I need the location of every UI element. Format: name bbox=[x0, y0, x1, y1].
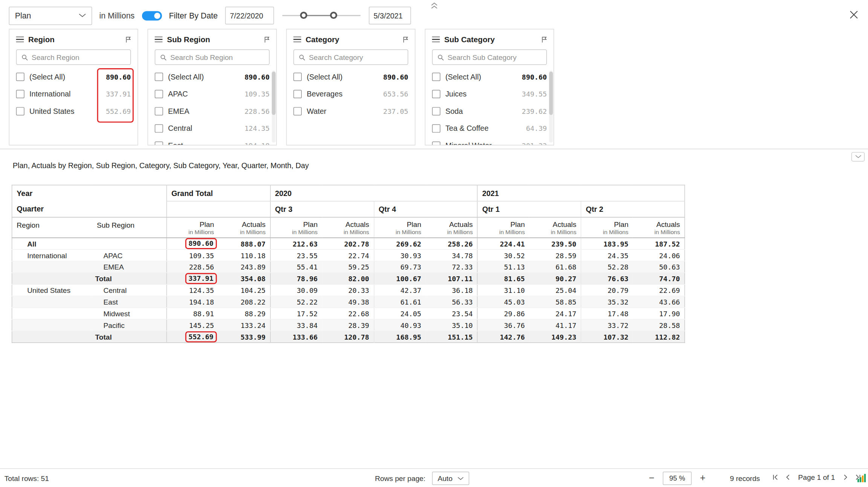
filter-item-label: (Select All) bbox=[168, 73, 240, 81]
rows-per-page-select[interactable]: Auto bbox=[432, 472, 469, 485]
col-group-2021[interactable]: 2021 bbox=[477, 185, 685, 201]
end-date-input[interactable] bbox=[368, 7, 411, 25]
quarter-q2[interactable]: Qtr 2 bbox=[581, 201, 685, 217]
filter-item-select-all[interactable]: (Select All)890.60 bbox=[425, 68, 553, 86]
checkbox-icon[interactable] bbox=[432, 73, 440, 81]
start-date-input[interactable] bbox=[225, 7, 274, 25]
slider-handle-start[interactable] bbox=[300, 12, 307, 19]
checkbox-icon[interactable] bbox=[16, 73, 24, 81]
flag-icon[interactable] bbox=[402, 36, 409, 43]
search-box[interactable] bbox=[155, 49, 270, 65]
scrollbar-thumb[interactable] bbox=[272, 72, 275, 115]
col-group-2020[interactable]: 2020 bbox=[270, 185, 477, 201]
actuals-column-header[interactable]: Actualsin Millions bbox=[633, 217, 685, 237]
collapse-filters-button[interactable] bbox=[430, 1, 440, 9]
plan-column-header[interactable]: Planin Millions bbox=[477, 217, 529, 237]
search-input[interactable] bbox=[448, 53, 542, 61]
actuals-column-header[interactable]: Actualsin Millions bbox=[426, 217, 478, 237]
zoom-out-button[interactable]: − bbox=[648, 472, 656, 485]
filter-item-water[interactable]: Water237.05 bbox=[287, 103, 415, 120]
checkbox-icon[interactable] bbox=[432, 124, 440, 133]
previous-page-button[interactable] bbox=[784, 473, 793, 482]
plan-column-header[interactable]: Planin Millions bbox=[374, 217, 425, 237]
value-cell: 24.17 bbox=[529, 308, 581, 319]
filter-item-emea[interactable]: EMEA228.56 bbox=[148, 103, 276, 120]
checkbox-icon[interactable] bbox=[155, 73, 163, 81]
flag-icon[interactable] bbox=[263, 36, 270, 43]
slider-handle-end[interactable] bbox=[330, 12, 337, 19]
search-box[interactable] bbox=[293, 49, 408, 65]
plan-column-header[interactable]: Planin Millions bbox=[581, 217, 633, 237]
collapse-report-button[interactable] bbox=[851, 152, 865, 161]
checkbox-icon[interactable] bbox=[293, 73, 302, 81]
checkbox-icon[interactable] bbox=[293, 107, 302, 115]
measure-select[interactable]: Plan bbox=[9, 6, 92, 25]
double-chevron-up-icon bbox=[430, 2, 439, 9]
flag-icon[interactable] bbox=[541, 36, 548, 43]
value-cell: 23.54 bbox=[426, 308, 478, 319]
actuals-column-header[interactable]: Actualsin Millions bbox=[529, 217, 581, 237]
checkbox-icon[interactable] bbox=[432, 141, 440, 145]
search-input[interactable] bbox=[32, 53, 126, 61]
checkbox-icon[interactable] bbox=[293, 90, 302, 98]
flag-icon[interactable] bbox=[125, 36, 132, 43]
search-box[interactable] bbox=[432, 49, 547, 65]
filter-item-list: (Select All)890.60Juices349.55Soda239.62… bbox=[425, 67, 553, 145]
filter-item-united-states[interactable]: United States552.69 bbox=[9, 103, 138, 120]
filter-cards: Region(Select All)890.60International337… bbox=[9, 29, 554, 145]
actuals-column-header[interactable]: Actualsin Millions bbox=[322, 217, 374, 237]
checkbox-icon[interactable] bbox=[432, 107, 440, 115]
filter-item-select-all[interactable]: (Select All)890.60 bbox=[9, 68, 138, 86]
plan-column-header[interactable]: Planin Millions bbox=[167, 217, 218, 237]
filter-item-label: Juices bbox=[445, 90, 517, 98]
checkbox-icon[interactable] bbox=[16, 90, 24, 98]
value-cell: 45.03 bbox=[477, 296, 529, 308]
menu-icon[interactable] bbox=[16, 37, 24, 43]
filter-item-international[interactable]: International337.91 bbox=[9, 86, 138, 103]
search-input[interactable] bbox=[170, 53, 264, 61]
filter-item-central[interactable]: Central124.35 bbox=[148, 120, 276, 137]
value-cell: 52.28 bbox=[581, 261, 633, 273]
date-range-slider[interactable] bbox=[281, 10, 361, 21]
chart-icon[interactable] bbox=[857, 473, 866, 483]
search-input[interactable] bbox=[309, 53, 403, 61]
quarter-q1[interactable]: Qtr 1 bbox=[477, 201, 581, 217]
filter-item-select-all[interactable]: (Select All)890.60 bbox=[287, 68, 415, 86]
menu-icon[interactable] bbox=[155, 37, 163, 43]
filter-item-apac[interactable]: APAC109.35 bbox=[148, 86, 276, 103]
checkbox-icon[interactable] bbox=[155, 124, 163, 133]
next-page-button[interactable] bbox=[840, 473, 850, 482]
filter-item-select-all[interactable]: (Select All)890.60 bbox=[148, 68, 276, 86]
quarter-q4[interactable]: Qtr 4 bbox=[374, 201, 477, 217]
scrollbar-thumb[interactable] bbox=[549, 72, 553, 115]
checkbox-icon[interactable] bbox=[16, 107, 24, 115]
zoom-in-button[interactable]: + bbox=[699, 472, 707, 485]
checkbox-icon[interactable] bbox=[155, 107, 163, 115]
filter-item-juices[interactable]: Juices349.55 bbox=[425, 86, 553, 103]
plan-column-header[interactable]: Planin Millions bbox=[270, 217, 322, 237]
checkbox-icon[interactable] bbox=[155, 90, 163, 98]
menu-icon[interactable] bbox=[293, 37, 301, 43]
value-cell: 194.18 bbox=[167, 296, 218, 308]
close-button[interactable] bbox=[848, 10, 859, 21]
menu-icon[interactable] bbox=[432, 37, 440, 43]
filter-by-date-toggle[interactable] bbox=[142, 11, 162, 20]
checkbox-icon[interactable] bbox=[155, 141, 163, 145]
checkbox-icon[interactable] bbox=[432, 90, 440, 98]
total-rows-label: Total rows: 51 bbox=[5, 475, 49, 483]
value-cell: 533.99 bbox=[219, 331, 270, 343]
col-group-grand-total[interactable]: Grand Total bbox=[167, 185, 270, 201]
search-box[interactable] bbox=[16, 49, 131, 65]
quarter-q3[interactable]: Qtr 3 bbox=[270, 201, 374, 217]
scrollbar[interactable] bbox=[272, 70, 275, 142]
scrollbar[interactable] bbox=[549, 70, 553, 142]
filter-item-soda[interactable]: Soda239.62 bbox=[425, 103, 553, 120]
zoom-input[interactable] bbox=[663, 472, 692, 485]
filter-item-tea-coffee[interactable]: Tea & Coffee64.39 bbox=[425, 120, 553, 137]
value-cell: 269.62 bbox=[374, 238, 425, 250]
filter-item-east[interactable]: East194.18 bbox=[148, 137, 276, 145]
filter-item-beverages[interactable]: Beverages653.56 bbox=[287, 86, 415, 103]
actuals-column-header[interactable]: Actualsin Millions bbox=[219, 217, 270, 237]
filter-item-mineral-water[interactable]: Mineral Water201.33 bbox=[425, 137, 553, 145]
first-page-button[interactable] bbox=[771, 473, 780, 482]
